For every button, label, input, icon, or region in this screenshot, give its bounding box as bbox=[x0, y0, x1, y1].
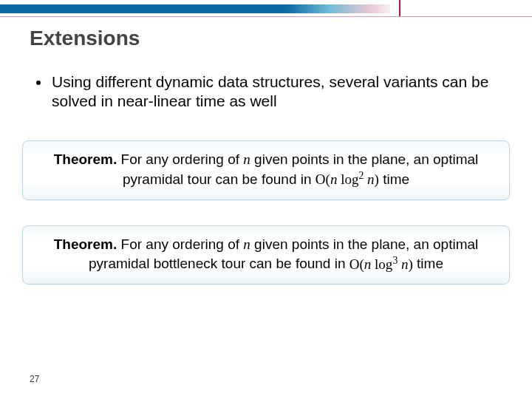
math-n: n bbox=[243, 151, 250, 167]
bullet-list: Using different dynamic data structures,… bbox=[35, 72, 502, 112]
math-bigO: O(n log2 n) bbox=[316, 171, 379, 187]
theorem-text: time bbox=[413, 256, 443, 272]
theorem-box-1: Theorem. For any ordering of n given poi… bbox=[22, 140, 510, 200]
bigO-n1: n bbox=[330, 171, 338, 187]
bigO-n2: n bbox=[364, 171, 374, 187]
bullet-item: Using different dynamic data structures,… bbox=[50, 72, 502, 112]
theorem-label: Theorem. bbox=[54, 151, 117, 167]
math-bigO: O(n log3 n) bbox=[349, 256, 413, 272]
theorem-group: Theorem. For any ordering of n given poi… bbox=[22, 140, 510, 310]
theorem-text: time bbox=[379, 171, 409, 187]
bigO-open: O( bbox=[349, 256, 364, 272]
bigO-log: log bbox=[371, 256, 392, 272]
header-accent-gradient bbox=[287, 4, 390, 13]
slide: Extensions Using different dynamic data … bbox=[0, 0, 532, 399]
theorem-label: Theorem. bbox=[54, 236, 117, 252]
theorem-text: For any ordering of bbox=[121, 236, 244, 252]
theorem-box-2: Theorem. For any ordering of n given poi… bbox=[22, 225, 510, 285]
math-n: n bbox=[243, 236, 250, 252]
theorem-text: For any ordering of bbox=[121, 151, 244, 167]
header-bar bbox=[0, 0, 532, 16]
slide-title: Extensions bbox=[30, 27, 140, 50]
bigO-n1: n bbox=[364, 256, 372, 272]
bigO-n2: n bbox=[398, 256, 408, 272]
bigO-log: log bbox=[337, 171, 358, 187]
page-number: 27 bbox=[30, 374, 39, 384]
header-accent-blue bbox=[0, 4, 287, 13]
header-divider bbox=[0, 16, 532, 17]
bigO-open: O( bbox=[316, 171, 330, 187]
header-accent-red-tick bbox=[399, 0, 400, 16]
